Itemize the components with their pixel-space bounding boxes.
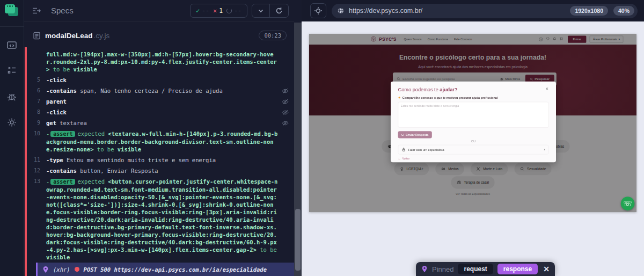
command-row-wrapped-assert[interactable]: full.md:w-[194px].max-w-[350px].md:h-[57… [27, 49, 294, 75]
command-row-assert[interactable]: 13 -assertexpected <button.cursor-pointe… [27, 176, 294, 263]
stat-passed: ✓ -- [196, 7, 209, 14]
site-under-test: PSYC'S Quem Somos Como Funciona Fale Con… [309, 34, 636, 212]
cypress-nav-rail [0, 0, 24, 276]
hidden-eye-slash-icon [278, 108, 292, 116]
tab-request[interactable]: request [458, 264, 493, 274]
chevron-right-icon: › [544, 148, 545, 152]
tab-response[interactable]: response [497, 264, 538, 274]
hidden-eye-slash-icon [278, 87, 292, 95]
specs-title: Specs [51, 6, 190, 15]
robot-icon [401, 148, 406, 152]
sparkle-icon: ✦ [398, 96, 401, 100]
command-row-assert[interactable]: 10 -assertexpected <textarea.w-full.min-… [27, 128, 294, 155]
spec-file-name: modalDeLead [45, 32, 93, 40]
pinned-console-bar: Pinned request response ✕ [416, 262, 555, 276]
viewport-size-badge: 1920x1080 [570, 6, 608, 16]
command-row-click[interactable]: 5 -click [27, 75, 294, 85]
aut-viewport-area: PSYC'S Quem Somos Como Funciona Fale Con… [302, 21, 644, 276]
talk-to-specialist-option[interactable]: Falar com um especialista › [398, 145, 549, 155]
assert-badge: assert [50, 179, 75, 185]
pin-icon [421, 265, 428, 273]
aut-panel: https://dev.psycs.com.br/ 1920x1080 40% … [302, 0, 644, 276]
command-row-contains[interactable]: 6 -contains span, Não tenho certeza / Pr… [27, 85, 294, 96]
unpin-close-icon[interactable]: ✕ [543, 265, 550, 273]
whatsapp-phone-icon: ☏ [623, 199, 632, 208]
command-row-contains[interactable]: 12 -contains button, Enviar Resposta [27, 165, 294, 176]
loading-spinner-icon [401, 134, 404, 136]
pin-icon [42, 266, 49, 273]
settings-gear-icon[interactable] [5, 115, 19, 129]
xhr-label: (xhr) [53, 266, 70, 273]
command-log: full.md:w-[194px].max-w-[350px].md:h-[57… [27, 47, 294, 263]
cross-icon: ✕ [213, 7, 217, 14]
check-icon: ✓ [196, 7, 200, 14]
command-row-click[interactable]: 8 -click [27, 107, 294, 118]
viewport-scale-badge: 40% [613, 6, 634, 16]
stat-pending: -- [226, 7, 241, 14]
cypress-logo-icon[interactable] [5, 4, 19, 18]
back-arrow-icon: ← [398, 157, 401, 161]
reporter-header: Specs ✓ -- ✕ 1 -- [24, 0, 294, 21]
modal-close-icon[interactable]: ✕ [545, 86, 548, 91]
specs-browser-icon[interactable] [5, 38, 19, 52]
spec-file-bar[interactable]: modalDeLead .cy.js 00:23 [24, 26, 294, 45]
scrollbar-thumb[interactable] [295, 209, 301, 271]
rerun-button[interactable] [269, 4, 288, 17]
cypress-reporter: Specs ✓ -- ✕ 1 -- [24, 0, 294, 276]
command-row-type[interactable]: 11 -type Estou me sentindo muito triste … [27, 155, 294, 165]
pending-ring-icon [226, 8, 232, 13]
lead-modal: Como podemos te ajudar? ✕ ✦ Compartilhe … [391, 82, 556, 162]
modal-divider-label: Ou [398, 140, 549, 143]
motivation-textarea[interactable]: Estou me sentindo muito triste e sem ene… [398, 102, 549, 128]
collapse-chevron-button[interactable] [252, 4, 269, 17]
app-root: Specs ✓ -- ✕ 1 -- [0, 0, 644, 276]
rail-divider [0, 26, 24, 27]
reporter-scrollbar [294, 0, 302, 276]
aut-toolbar: https://dev.psycs.com.br/ 1920x1080 40% [302, 0, 644, 21]
spec-file-ext: .cy.js [94, 32, 110, 40]
command-row-get[interactable]: 9 get textarea [27, 118, 294, 128]
aut-url: https://dev.psycs.com.br/ [349, 7, 565, 14]
specs-list-icon[interactable] [32, 6, 41, 15]
command-row-parent[interactable]: 7 parent [27, 96, 294, 107]
assert-badge: assert [50, 131, 75, 137]
stat-failed: ✕ 1 [213, 7, 223, 14]
modal-title: Como podemos te ajudar? [398, 86, 458, 92]
globe-icon [337, 7, 345, 14]
xhr-error-dot [75, 267, 79, 272]
pinned-label: Pinned [432, 265, 453, 273]
scrollbar-track[interactable] [294, 23, 302, 276]
pinned-xhr-row[interactable]: (xhr) POST 500 https://dev-api.psycs.com… [36, 263, 294, 276]
url-bar[interactable]: https://dev.psycs.com.br/ 1920x1080 40% [332, 4, 638, 18]
hidden-eye-slash-icon [278, 98, 292, 105]
xhr-request-text: POST 500 https://dev-api.psycs.com.br/ia… [84, 266, 267, 273]
spec-file-icon [33, 32, 41, 40]
selector-playground-button[interactable] [310, 3, 326, 18]
hidden-eye-slash-icon [278, 119, 292, 127]
test-stats: ✓ -- ✕ 1 -- [190, 4, 247, 18]
back-link[interactable]: ← Voltar [398, 157, 549, 161]
debug-bug-icon[interactable] [5, 90, 19, 104]
modal-prompt: ✦ Compartilhe conosco o que te motivou p… [398, 96, 549, 100]
send-response-button[interactable]: Enviar Resposta [398, 131, 432, 138]
spec-duration-badge: 00:23 [259, 31, 287, 40]
whatsapp-button[interactable]: ☏ [621, 197, 635, 210]
runs-list-icon[interactable] [5, 64, 19, 78]
run-controls [252, 4, 289, 18]
